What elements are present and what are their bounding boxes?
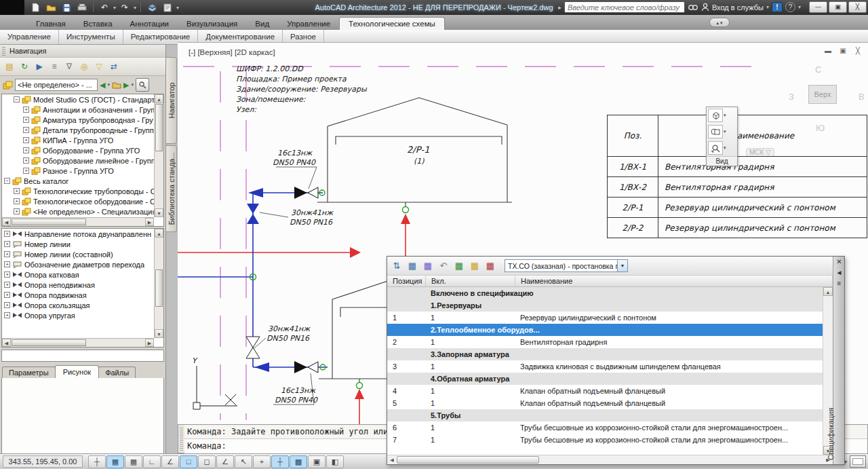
qat-customize-icon[interactable]: ▾ — [176, 5, 179, 11]
tree-expander-icon[interactable]: + — [23, 127, 29, 133]
palette-toolbar-icon[interactable]: ▶ — [33, 60, 46, 73]
tree-expander-icon[interactable]: − — [14, 96, 20, 102]
spec-table-row[interactable]: 2 1 Вентиляторная градирня — [387, 336, 833, 348]
spec-table-row[interactable]: 6 1 Трубы бесшовные из коррозионно-стойк… — [387, 421, 833, 434]
command-window-grip[interactable] — [180, 428, 183, 451]
tree-expander-icon[interactable]: + — [23, 168, 29, 174]
help-dropdown-icon[interactable]: ▾ — [798, 4, 801, 10]
ribbon-tab[interactable]: Технологические схемы — [339, 17, 445, 30]
status-toggle-icon[interactable]: ┼ — [271, 455, 289, 468]
symbol-tree-item[interactable]: + Опора подвижная — [2, 290, 154, 300]
catalog-tree-hscrollbar[interactable]: ◀ ▶ — [2, 217, 154, 226]
scroll-right-icon[interactable]: ▶ — [145, 339, 154, 347]
scroll-up-icon[interactable]: ▲ — [155, 229, 163, 238]
spec-table-row[interactable]: 4.Обратная арматура — [387, 373, 833, 385]
signin-label[interactable]: Вход в службы — [712, 3, 764, 12]
tree-expander-icon[interactable]: + — [14, 208, 20, 214]
model-layout-icon[interactable] — [850, 455, 866, 468]
redo-icon[interactable]: ↷ — [118, 1, 132, 14]
spec-toolbar-icon[interactable]: ▦ — [468, 259, 481, 273]
spec-table-row[interactable]: 3 1 Задвижка клиновая с выдвижным шпинде… — [387, 360, 833, 373]
catalog-tree-item[interactable]: + Технологические трубопроводы - С — [2, 186, 154, 196]
symbol-tree-item[interactable]: + Номер линии — [2, 239, 154, 249]
tree-expander-icon[interactable]: + — [4, 261, 10, 267]
scroll-up-icon[interactable]: ▲ — [155, 94, 163, 103]
scroll-right-icon[interactable]: ▶ — [145, 218, 154, 226]
scroll-thumb[interactable] — [155, 104, 163, 151]
palette-grip[interactable] — [2, 47, 5, 56]
spec-toolbar-icon[interactable]: ▦ — [452, 259, 466, 273]
tree-expander-icon[interactable]: + — [4, 282, 10, 288]
symbol-tree-item[interactable]: + Направление потока двунаправленн — [2, 229, 154, 239]
catalog-tree-item[interactable]: + КИПиА - Группа УГО — [2, 135, 154, 145]
forward-icon[interactable]: ▶ — [123, 81, 129, 90]
tree-expander-icon[interactable]: + — [4, 241, 10, 247]
status-toggle-icon[interactable]: □ — [180, 455, 197, 468]
print-icon[interactable] — [75, 1, 89, 14]
spec-table-row[interactable]: 2.Теплообменное оборудов... — [387, 324, 833, 336]
save-icon[interactable] — [60, 1, 73, 14]
col-included-header[interactable]: Вкл. — [426, 276, 515, 286]
status-toggle-icon[interactable]: ┼ — [88, 455, 106, 468]
tab-navigator[interactable]: Навигатор — [166, 57, 177, 144]
palette-toolbar-icon[interactable]: ▤ — [3, 60, 16, 73]
drawing-restore-icon[interactable]: ▣ — [838, 47, 848, 54]
spec-table-row[interactable]: 7 1 Трубы бесшовные из коррозионно-стойк… — [387, 434, 833, 446]
viewport-controls-label[interactable]: [-] [Верхняя] [2D каркас] — [189, 48, 275, 56]
ribbon-tab[interactable]: Вид — [246, 18, 278, 30]
spec-table-row[interactable]: 5 1 Клапан обратный подъемный фланцевый — [387, 397, 833, 409]
dropdown-icon[interactable]: ▾ — [724, 113, 726, 118]
palette-tab[interactable]: Рисунок — [55, 365, 100, 378]
exchange-icon[interactable]: ! — [772, 2, 783, 12]
symbol-tree-item[interactable]: + Опора скользящая — [2, 300, 154, 310]
ribbon-tab[interactable]: Главная — [27, 18, 75, 30]
ribbon-minimize-button[interactable]: ▴ ▾ — [709, 18, 730, 27]
spec-toolbar-icon[interactable]: ▦ — [421, 259, 435, 273]
palette-tab[interactable]: Параметры — [2, 367, 56, 378]
forward-dropdown-icon[interactable]: ▾ — [131, 82, 134, 88]
status-toggle-icon[interactable]: ▩ — [290, 455, 307, 468]
spec-table-row[interactable]: 4 1 Клапан обратный подъемный фланцевый — [387, 385, 833, 397]
status-toggle-icon[interactable]: ◻ — [198, 455, 216, 468]
view-cube-icon[interactable] — [708, 109, 723, 122]
undo-icon[interactable]: ↶ — [98, 1, 111, 14]
coordinates-readout[interactable]: 343.55, 195.45, 0.00 — [3, 455, 83, 468]
spec-table-row[interactable]: 1 1 Резервуар цилиндрический с понтоном — [387, 312, 833, 324]
close-button[interactable]: ╳ — [848, 1, 867, 13]
ribbon-tab[interactable]: Вставка — [75, 18, 121, 30]
spec-profile-select[interactable]: ТХ.СО (заказная) - простановка позиций ▼ — [505, 259, 628, 272]
restore-button[interactable]: ▣ — [829, 1, 847, 13]
tree-expander-icon[interactable]: + — [23, 147, 29, 153]
zoom-icon[interactable] — [708, 141, 723, 155]
catalog-tree-item[interactable]: + Технологическое оборудование - С — [2, 196, 154, 206]
scroll-up-icon[interactable]: ▲ — [823, 287, 833, 296]
filter-input[interactable] — [1, 350, 164, 362]
tree-expander-icon[interactable]: + — [4, 312, 10, 318]
spec-properties-icon[interactable]: ≡ — [833, 278, 845, 289]
status-toggle-icon[interactable]: ▦ — [125, 455, 142, 468]
redo-dropdown-icon[interactable]: ▾ — [134, 5, 136, 11]
spec-close-icon[interactable]: ✕ — [833, 257, 845, 267]
dropdown-icon[interactable]: ▾ — [724, 145, 726, 151]
scroll-down-icon[interactable]: ▼ — [155, 208, 163, 217]
folder-up-icon[interactable] — [112, 81, 121, 89]
tree-expander-icon[interactable]: + — [23, 107, 29, 113]
undo-dropdown-icon[interactable]: ▾ — [113, 5, 116, 11]
catalog-tree-item[interactable]: + Разное - Группа УГО — [2, 166, 154, 176]
tree-expander-icon[interactable]: + — [4, 292, 10, 298]
scroll-thumb[interactable] — [12, 219, 86, 225]
status-toggle-icon[interactable]: + — [253, 455, 271, 468]
status-toggle-icon[interactable]: ∠ — [161, 455, 179, 468]
infocenter-flyout-icon[interactable]: ▸ — [558, 4, 561, 11]
sheet-set-icon[interactable] — [161, 1, 174, 14]
back-icon[interactable]: ◀ — [100, 81, 105, 90]
spec-hscrollbar[interactable]: ◀ ▶ — [387, 455, 833, 464]
palette-tab[interactable]: Файлы — [98, 367, 136, 378]
scroll-thumb[interactable] — [397, 456, 539, 464]
catalog-tree-item[interactable]: + <Не определено> - Специализация — [2, 206, 154, 217]
ribbon-tab[interactable]: Управление — [278, 18, 339, 30]
viewcube-north-label[interactable]: С — [815, 64, 821, 75]
spec-toolbar-icon[interactable]: ▦ — [484, 259, 497, 273]
palette-toolbar-icon[interactable]: ▽ — [92, 60, 106, 73]
help-icon[interactable]: ? — [785, 2, 795, 12]
